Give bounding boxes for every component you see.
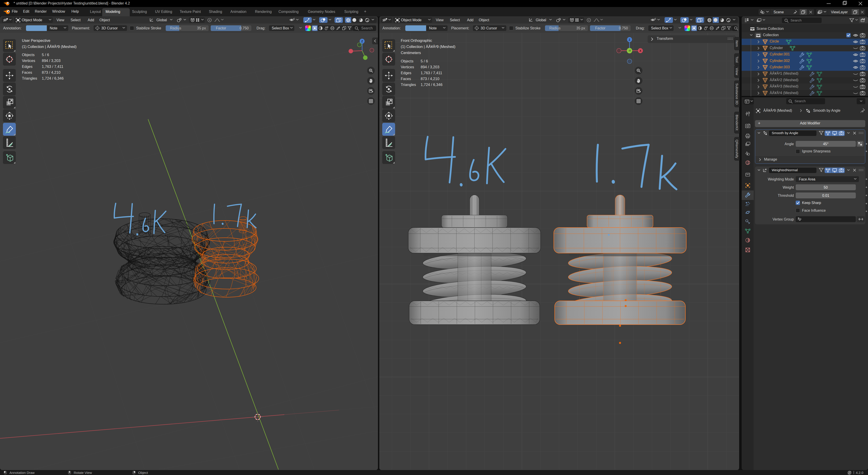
svg-text:-Y: -Y — [628, 49, 631, 53]
svg-text:Z: Z — [629, 38, 630, 41]
svg-text:X: X — [640, 49, 642, 53]
svg-text:Z: Z — [361, 39, 363, 43]
